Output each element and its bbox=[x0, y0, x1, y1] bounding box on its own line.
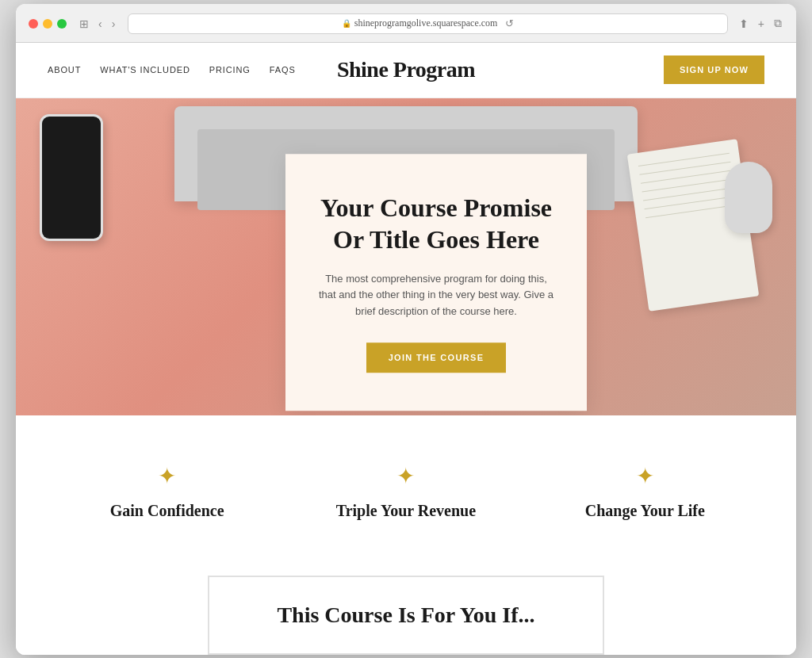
share-button[interactable]: ⬆ bbox=[737, 16, 750, 32]
maximize-button[interactable] bbox=[57, 19, 67, 29]
reload-icon[interactable]: ↺ bbox=[505, 17, 514, 30]
signup-button[interactable]: SIGN UP NOW bbox=[664, 55, 764, 84]
traffic-lights bbox=[29, 19, 67, 29]
browser-chrome: ⊞ ‹ › 🔒 shineprogramgolive.squarespace.c… bbox=[16, 4, 796, 43]
lock-icon: 🔒 bbox=[342, 19, 351, 28]
nav-faqs[interactable]: FAQS bbox=[270, 65, 296, 75]
star-icon-2: ✦ bbox=[303, 463, 509, 489]
course-card: This Course Is For You If... bbox=[208, 576, 604, 655]
nav-pricing[interactable]: PRICING bbox=[209, 65, 251, 75]
nav-about[interactable]: ABOUT bbox=[48, 65, 81, 75]
address-bar[interactable]: 🔒 shineprogramgolive.squarespace.com ↺ bbox=[128, 13, 727, 34]
tabs-button[interactable]: ⧉ bbox=[772, 15, 783, 32]
feature-triple-revenue: ✦ Triple Your Revenue bbox=[303, 463, 509, 520]
star-icon-3: ✦ bbox=[542, 463, 748, 489]
course-card-title: This Course Is For You If... bbox=[241, 603, 571, 628]
back-button[interactable]: ‹ bbox=[95, 16, 105, 32]
star-icon-1: ✦ bbox=[64, 463, 270, 489]
join-course-button[interactable]: JOIN THE COURSE bbox=[366, 342, 507, 373]
page-content: ABOUT WHAT'S INCLUDED PRICING FAQS Shine… bbox=[16, 43, 796, 655]
hero-mouse-decoration bbox=[725, 162, 772, 233]
browser-actions: ⬆ + ⧉ bbox=[737, 15, 783, 32]
minimize-button[interactable] bbox=[43, 19, 52, 29]
url-text: shineprogramgolive.squarespace.com bbox=[354, 17, 498, 29]
site-brand[interactable]: Shine Program bbox=[337, 57, 475, 82]
navbar: ABOUT WHAT'S INCLUDED PRICING FAQS Shine… bbox=[16, 43, 796, 98]
nav-whats-included[interactable]: WHAT'S INCLUDED bbox=[100, 65, 190, 75]
hero-card-title: Your Course Promise Or Title Goes Here bbox=[317, 192, 555, 255]
nav-links: ABOUT WHAT'S INCLUDED PRICING FAQS bbox=[48, 65, 296, 75]
close-button[interactable] bbox=[29, 19, 38, 29]
feature-gain-confidence: ✦ Gain Confidence bbox=[64, 463, 270, 520]
feature-title-1: Gain Confidence bbox=[64, 502, 270, 520]
feature-change-life: ✦ Change Your Life bbox=[542, 463, 748, 520]
new-tab-button[interactable]: + bbox=[756, 16, 766, 32]
feature-title-2: Triple Your Revenue bbox=[303, 502, 509, 520]
hero-section: Your Course Promise Or Title Goes Here T… bbox=[16, 98, 796, 415]
course-section: This Course Is For You If... bbox=[16, 552, 796, 655]
phone-screen bbox=[42, 117, 101, 239]
feature-title-3: Change Your Life bbox=[542, 502, 748, 520]
hero-card-description: The most comprehensive program for doing… bbox=[317, 271, 555, 320]
forward-button[interactable]: › bbox=[109, 16, 119, 32]
sidebar-toggle-button[interactable]: ⊞ bbox=[76, 16, 92, 32]
browser-window: ⊞ ‹ › 🔒 shineprogramgolive.squarespace.c… bbox=[16, 4, 796, 655]
features-section: ✦ Gain Confidence ✦ Triple Your Revenue … bbox=[16, 415, 796, 552]
hero-card: Your Course Promise Or Title Goes Here T… bbox=[285, 154, 587, 411]
browser-controls: ⊞ ‹ › bbox=[76, 16, 118, 32]
hero-phone-decoration bbox=[40, 114, 103, 241]
